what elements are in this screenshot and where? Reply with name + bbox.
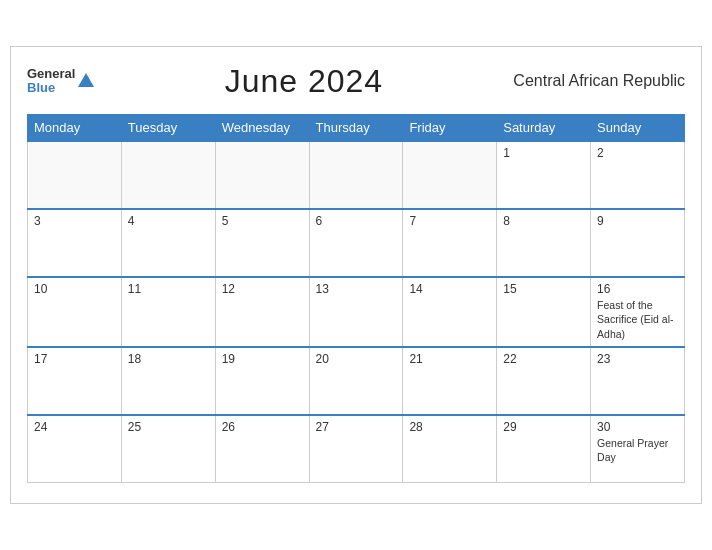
day-number: 30: [597, 420, 678, 434]
calendar-cell: [121, 141, 215, 209]
day-number: 10: [34, 282, 115, 296]
calendar-header: General Blue June 2024 Central African R…: [27, 63, 685, 100]
logo-general-text: General: [27, 67, 75, 81]
calendar-cell: 2: [591, 141, 685, 209]
calendar-cell: 27: [309, 415, 403, 483]
week-row-4: 17181920212223: [28, 347, 685, 415]
calendar-cell: 28: [403, 415, 497, 483]
day-number: 19: [222, 352, 303, 366]
calendar-cell: 3: [28, 209, 122, 277]
calendar-cell: 4: [121, 209, 215, 277]
calendar-container: General Blue June 2024 Central African R…: [10, 46, 702, 504]
day-number: 12: [222, 282, 303, 296]
day-number: 1: [503, 146, 584, 160]
weekday-header-thursday: Thursday: [309, 114, 403, 141]
logo-triangle-icon: [78, 73, 94, 87]
calendar-cell: 5: [215, 209, 309, 277]
calendar-cell: 19: [215, 347, 309, 415]
calendar-cell: 1: [497, 141, 591, 209]
event-label: General Prayer Day: [597, 437, 668, 464]
day-number: 2: [597, 146, 678, 160]
calendar-cell: 24: [28, 415, 122, 483]
weekday-header-saturday: Saturday: [497, 114, 591, 141]
calendar-cell: 30General Prayer Day: [591, 415, 685, 483]
logo-blue-text: Blue: [27, 81, 75, 95]
calendar-cell: 7: [403, 209, 497, 277]
day-number: 21: [409, 352, 490, 366]
day-number: 3: [34, 214, 115, 228]
weekday-header-wednesday: Wednesday: [215, 114, 309, 141]
calendar-cell: 6: [309, 209, 403, 277]
day-number: 7: [409, 214, 490, 228]
calendar-cell: 26: [215, 415, 309, 483]
weekday-header-friday: Friday: [403, 114, 497, 141]
day-number: 9: [597, 214, 678, 228]
day-number: 5: [222, 214, 303, 228]
day-number: 13: [316, 282, 397, 296]
day-number: 6: [316, 214, 397, 228]
week-row-1: 12: [28, 141, 685, 209]
calendar-cell: 14: [403, 277, 497, 347]
day-number: 28: [409, 420, 490, 434]
calendar-cell: 29: [497, 415, 591, 483]
calendar-cell: 8: [497, 209, 591, 277]
day-number: 29: [503, 420, 584, 434]
calendar-cell: 20: [309, 347, 403, 415]
calendar-cell: 18: [121, 347, 215, 415]
day-number: 24: [34, 420, 115, 434]
calendar-cell: 11: [121, 277, 215, 347]
calendar-cell: [215, 141, 309, 209]
day-number: 14: [409, 282, 490, 296]
day-number: 22: [503, 352, 584, 366]
calendar-cell: 25: [121, 415, 215, 483]
day-number: 15: [503, 282, 584, 296]
day-number: 27: [316, 420, 397, 434]
weekday-header-row: MondayTuesdayWednesdayThursdayFridaySatu…: [28, 114, 685, 141]
calendar-cell: 17: [28, 347, 122, 415]
logo: General Blue: [27, 67, 94, 96]
calendar-cell: 23: [591, 347, 685, 415]
day-number: 26: [222, 420, 303, 434]
calendar-cell: [309, 141, 403, 209]
day-number: 23: [597, 352, 678, 366]
calendar-cell: 10: [28, 277, 122, 347]
calendar-cell: 13: [309, 277, 403, 347]
calendar-cell: 21: [403, 347, 497, 415]
event-label: Feast of the Sacrifice (Eid al-Adha): [597, 299, 673, 340]
country-name: Central African Republic: [513, 72, 685, 90]
calendar-cell: [28, 141, 122, 209]
day-number: 16: [597, 282, 678, 296]
calendar-cell: [403, 141, 497, 209]
day-number: 20: [316, 352, 397, 366]
day-number: 17: [34, 352, 115, 366]
calendar-cell: 22: [497, 347, 591, 415]
calendar-cell: 12: [215, 277, 309, 347]
weekday-header-sunday: Sunday: [591, 114, 685, 141]
day-number: 4: [128, 214, 209, 228]
weekday-header-tuesday: Tuesday: [121, 114, 215, 141]
week-row-5: 24252627282930General Prayer Day: [28, 415, 685, 483]
day-number: 8: [503, 214, 584, 228]
day-number: 25: [128, 420, 209, 434]
calendar-cell: 16Feast of the Sacrifice (Eid al-Adha): [591, 277, 685, 347]
weekday-header-monday: Monday: [28, 114, 122, 141]
week-row-2: 3456789: [28, 209, 685, 277]
calendar-table: MondayTuesdayWednesdayThursdayFridaySatu…: [27, 114, 685, 483]
day-number: 11: [128, 282, 209, 296]
week-row-3: 10111213141516Feast of the Sacrifice (Ei…: [28, 277, 685, 347]
day-number: 18: [128, 352, 209, 366]
calendar-cell: 9: [591, 209, 685, 277]
month-title: June 2024: [225, 63, 383, 100]
calendar-cell: 15: [497, 277, 591, 347]
